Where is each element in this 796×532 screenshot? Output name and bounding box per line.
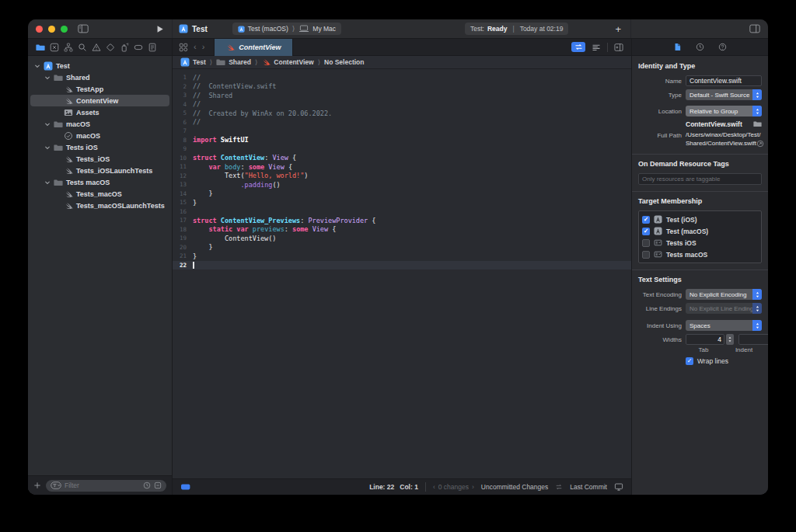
disclosure-chevron-icon[interactable] (44, 75, 54, 81)
code-line-11[interactable]: 11 var body: some View { (173, 162, 631, 172)
line-endings-dropdown[interactable]: No Explicit Line Endings (686, 303, 762, 314)
breadcrumb-item-contentview[interactable]: ContentView (261, 57, 313, 67)
nav-tab-breakpoints-icon[interactable] (134, 43, 143, 52)
location-dropdown[interactable]: Relative to Group (686, 106, 762, 116)
code-line-22[interactable]: 22 (173, 261, 631, 270)
library-add-button[interactable]: + (615, 24, 621, 34)
close-button[interactable] (36, 26, 43, 33)
line-number[interactable]: 12 (173, 172, 193, 179)
display-mode-icon[interactable] (614, 482, 623, 492)
membership-checkbox[interactable]: ✓ (642, 239, 650, 247)
code-line-6[interactable]: 6// (173, 118, 631, 127)
run-button[interactable] (155, 25, 164, 33)
tree-item-contentview[interactable]: ContentView (30, 95, 169, 106)
code-line-15[interactable]: 15} (173, 198, 631, 207)
tree-item-assets[interactable]: Assets (30, 106, 169, 118)
line-number[interactable]: 17 (173, 217, 193, 224)
tree-item-testapp[interactable]: TestApp (30, 83, 169, 95)
nav-tab-symbols-icon[interactable] (64, 43, 73, 52)
disclosure-chevron-icon[interactable] (44, 179, 54, 186)
code-line-19[interactable]: 19 ContentView() (173, 234, 631, 243)
adjust-editor-options-icon[interactable] (592, 43, 601, 52)
help-inspector-icon[interactable] (718, 43, 727, 51)
line-number[interactable]: 10 (173, 155, 193, 162)
line-number[interactable]: 16 (173, 208, 193, 215)
tree-item-macos[interactable]: macOS (30, 130, 169, 141)
line-number[interactable]: 5 (173, 110, 193, 116)
scm-status-filter-icon[interactable] (154, 482, 162, 489)
code-line-17[interactable]: 17struct ContentView_Previews: PreviewPr… (173, 216, 631, 225)
disclosure-chevron-icon[interactable] (44, 144, 54, 151)
line-number[interactable]: 15 (173, 199, 193, 206)
breadcrumb-item-test[interactable]: Test (180, 57, 206, 67)
nav-tab-tests-icon[interactable] (106, 43, 115, 52)
line-number[interactable]: 13 (173, 181, 193, 188)
nav-tab-project-navigator-icon[interactable] (36, 43, 45, 52)
line-number[interactable]: 22 (173, 262, 193, 269)
tab-width-stepper[interactable]: 4 (686, 334, 734, 345)
name-field[interactable] (686, 75, 762, 86)
line-number[interactable]: 7 (173, 127, 193, 134)
code-line-9[interactable]: 9 (173, 144, 631, 154)
filter-field[interactable]: Filter (46, 480, 166, 492)
text-encoding-dropdown[interactable]: No Explicit Encoding (686, 289, 762, 300)
code-line-5[interactable]: 5// Created by WinAx on 20.06.2022. (173, 109, 631, 118)
cursor-position[interactable]: Line: 22 Col: 1 (369, 483, 418, 491)
indent-using-dropdown[interactable]: Spaces (686, 320, 762, 331)
tree-item-tests-ios[interactable]: Tests iOS (30, 141, 169, 153)
nav-tab-issues-icon[interactable] (92, 43, 101, 52)
code-line-4[interactable]: 4// (173, 100, 631, 110)
code-line-2[interactable]: 2// ContentView.swift (173, 82, 631, 92)
line-number[interactable]: 21 (173, 252, 193, 259)
editor-tab-contentview[interactable]: ContentView (214, 39, 292, 56)
file-locator-icon[interactable] (180, 483, 191, 491)
history-inspector-icon[interactable] (696, 43, 704, 51)
code-line-10[interactable]: 10struct ContentView: View { (173, 154, 631, 163)
next-change-icon[interactable]: › (472, 483, 474, 491)
type-dropdown[interactable]: Default - Swift Source (686, 89, 762, 100)
tree-item-tests-macos[interactable]: Tests_macOS (30, 188, 169, 200)
toggle-inspector-icon[interactable] (749, 24, 760, 33)
code-line-18[interactable]: 18 static var previews: some View { (173, 225, 631, 235)
nav-tab-reports-icon[interactable] (148, 43, 157, 52)
code-line-7[interactable]: 7 (173, 127, 631, 136)
related-items-icon[interactable] (179, 43, 188, 52)
activity-status[interactable]: Test: Ready | Today at 02:19 (465, 23, 568, 35)
nav-tab-debug-icon[interactable] (120, 43, 129, 52)
code-review-button[interactable] (571, 42, 585, 52)
line-number[interactable]: 14 (173, 190, 193, 197)
membership-checkbox[interactable]: ✓ (642, 228, 650, 235)
scheme-selector[interactable]: Test (macOS) ⟩ My Mac (232, 23, 341, 35)
tree-item-tests-ios[interactable]: Tests_iOS (30, 153, 169, 165)
tree-item-macos[interactable]: macOS (30, 118, 169, 130)
tree-item-tests-macos[interactable]: Tests macOS (30, 176, 169, 188)
line-number[interactable]: 19 (173, 235, 193, 242)
line-number[interactable]: 2 (173, 83, 193, 90)
line-number[interactable]: 6 (173, 119, 193, 126)
code-line-20[interactable]: 20 } (173, 243, 631, 252)
resource-tags-field[interactable]: Only resources are taggable (638, 173, 762, 185)
line-number[interactable]: 8 (173, 137, 193, 144)
back-icon[interactable]: ‹ (194, 43, 197, 51)
code-line-3[interactable]: 3// Shared (173, 91, 631, 100)
tree-item-tests-ioslaunchtests[interactable]: Tests_iOSLaunchTests (30, 165, 169, 176)
source-editor[interactable]: 1//2// ContentView.swift3// Shared4//5//… (173, 69, 631, 478)
nav-tab-source-control-icon[interactable] (50, 43, 59, 52)
line-number[interactable]: 9 (173, 145, 193, 152)
line-number[interactable]: 20 (173, 244, 193, 251)
line-number[interactable]: 18 (173, 226, 193, 233)
file-inspector-icon[interactable] (673, 43, 682, 51)
changes-navigator[interactable]: ‹ 0 changes › (433, 483, 474, 491)
code-line-1[interactable]: 1// (173, 73, 631, 82)
add-file-icon[interactable] (33, 482, 41, 489)
tree-item-shared[interactable]: Shared (30, 71, 169, 83)
code-line-8[interactable]: 8import SwiftUI (173, 136, 631, 145)
code-line-14[interactable]: 14 } (173, 190, 631, 199)
forward-icon[interactable]: › (202, 43, 205, 51)
breadcrumb-item-no-selection[interactable]: No Selection (324, 58, 364, 66)
minimize-button[interactable] (48, 26, 55, 33)
indent-width-stepper[interactable]: 4 (738, 334, 768, 345)
line-number[interactable]: 1 (173, 74, 193, 81)
open-path-arrow-icon[interactable] (756, 140, 764, 148)
code-line-13[interactable]: 13 .padding() (173, 180, 631, 190)
